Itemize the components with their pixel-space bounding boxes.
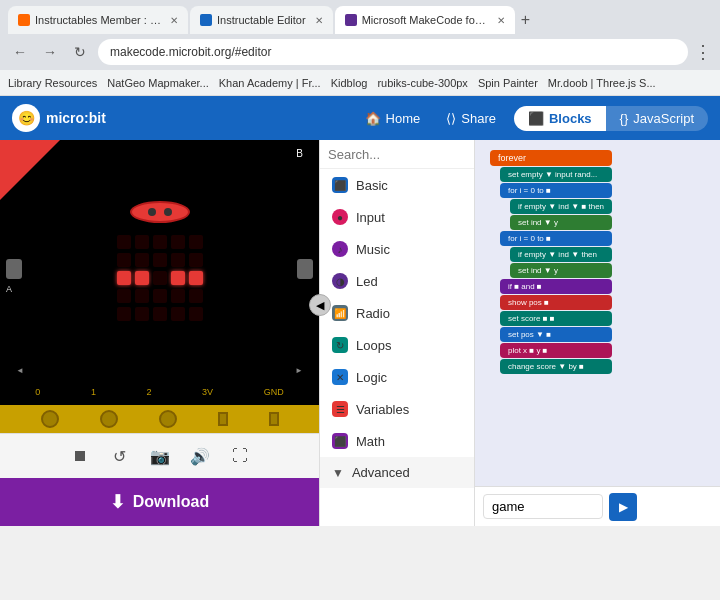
block-7[interactable]: set ind ▼ y <box>510 263 612 278</box>
tab-close-instructables[interactable]: ✕ <box>170 15 178 26</box>
sim-screen: B <box>0 140 319 405</box>
block-3[interactable]: if empty ▼ ind ▼ ■ then <box>510 199 612 214</box>
pin-gnd[interactable] <box>269 412 279 426</box>
sound-button[interactable]: 🔊 <box>186 442 214 470</box>
b-button[interactable] <box>297 259 313 279</box>
tab-close-editor[interactable]: ✕ <box>315 15 323 26</box>
browser-menu-button[interactable]: ⋮ <box>694 41 712 63</box>
bookmark-natgeo[interactable]: NatGeo Mapmaker... <box>107 77 209 89</box>
a-button[interactable] <box>6 259 22 279</box>
block-2[interactable]: for i = 0 to ■ <box>500 183 612 198</box>
led-0-1 <box>135 235 149 249</box>
tab-label-editor: Instructable Editor <box>217 14 306 26</box>
toolbox-item-led[interactable]: ◑ Led <box>320 265 474 297</box>
led-2-0 <box>117 271 131 285</box>
led-1-0 <box>117 253 131 267</box>
block-4[interactable]: set ind ▼ y <box>510 215 612 230</box>
stop-button[interactable]: ⏹ <box>66 442 94 470</box>
arrow-left-label: ◄ <box>16 366 24 375</box>
advanced-label: Advanced <box>352 465 410 480</box>
block-10[interactable]: set score ■ ■ <box>500 311 612 326</box>
block-1[interactable]: set empty ▼ input rand... <box>500 167 612 182</box>
bookmark-rubiks[interactable]: rubiks-cube-300px <box>377 77 468 89</box>
fullscreen-button[interactable]: ⛶ <box>226 442 254 470</box>
toolbox-item-basic[interactable]: ⬛ Basic <box>320 169 474 201</box>
pin-3v-label: 3V <box>202 387 213 397</box>
radio-icon: 📶 <box>332 305 348 321</box>
pin-2[interactable] <box>159 410 177 428</box>
forward-button[interactable]: → <box>38 40 62 64</box>
led-label: Led <box>356 274 378 289</box>
logo-text: micro:bit <box>46 110 106 126</box>
block-11[interactable]: set pos ▼ ■ <box>500 327 612 342</box>
share-button[interactable]: ⟨⟩ Share <box>438 107 504 130</box>
blocks-button[interactable]: ⬛ Blocks <box>514 106 606 131</box>
pin-0-label: 0 <box>35 387 40 397</box>
bookmark-spin[interactable]: Spin Painter <box>478 77 538 89</box>
toolbox-item-music[interactable]: ♪ Music <box>320 233 474 265</box>
toolbox-item-advanced[interactable]: ▼ Advanced <box>320 457 474 488</box>
a-label: A <box>6 284 12 294</box>
block-forever[interactable]: forever <box>490 150 612 166</box>
toolbox-item-logic[interactable]: ✕ Logic <box>320 361 474 393</box>
b-button-label: B <box>296 148 303 159</box>
pin-1[interactable] <box>100 410 118 428</box>
blocks-label: Blocks <box>549 111 592 126</box>
led-0-4 <box>189 235 203 249</box>
toolbox-item-variables[interactable]: ☰ Variables <box>320 393 474 425</box>
toolbox-item-loops[interactable]: ↻ Loops <box>320 329 474 361</box>
bookmark-library[interactable]: Library Resources <box>8 77 97 89</box>
tab-instructables[interactable]: Instructables Member : moham... ✕ <box>8 6 188 34</box>
search-submit-button[interactable]: ▶ <box>609 493 637 521</box>
sim-corner-decoration <box>0 140 60 200</box>
block-12[interactable]: plot x ■ y ■ <box>500 343 612 358</box>
address-input[interactable] <box>98 39 688 65</box>
camera-button[interactable]: 📷 <box>146 442 174 470</box>
led-1-3 <box>171 253 185 267</box>
tab-editor[interactable]: Instructable Editor ✕ <box>190 6 333 34</box>
variables-label: Variables <box>356 402 409 417</box>
led-4-4 <box>189 307 203 321</box>
pin-0[interactable] <box>41 410 59 428</box>
tab-close-makecode[interactable]: ✕ <box>497 15 505 26</box>
reload-button[interactable]: ↻ <box>68 40 92 64</box>
logo-icon: 😊 <box>12 104 40 132</box>
bookmark-khan[interactable]: Khan Academy | Fr... <box>219 77 321 89</box>
tab-makecode[interactable]: Microsoft MakeCode for micro:b... ✕ <box>335 6 515 34</box>
led-4-1 <box>135 307 149 321</box>
toolbox-item-radio[interactable]: 📶 Radio <box>320 297 474 329</box>
toolbox-item-input[interactable]: ● Input <box>320 201 474 233</box>
led-3-3 <box>171 289 185 303</box>
block-6[interactable]: if empty ▼ ind ▼ then <box>510 247 612 262</box>
search-game-input[interactable] <box>483 494 603 519</box>
javascript-button[interactable]: {} JavaScript <box>606 106 708 131</box>
share-label: Share <box>461 111 496 126</box>
restart-button[interactable]: ↺ <box>106 442 134 470</box>
block-8[interactable]: if ■ and ■ <box>500 279 612 294</box>
new-tab-button[interactable]: + <box>521 11 530 29</box>
led-4-0 <box>117 307 131 321</box>
arrow-right-label: ► <box>295 366 303 375</box>
pin-3v[interactable] <box>218 412 228 426</box>
block-9[interactable]: show pos ■ <box>500 295 612 310</box>
block-5[interactable]: for i = 0 to ■ <box>500 231 612 246</box>
sim-controls: ⏹ ↺ 📷 🔊 ⛶ <box>0 433 319 478</box>
back-button[interactable]: ← <box>8 40 32 64</box>
led-3-2 <box>153 289 167 303</box>
chevron-down-icon: ▼ <box>332 466 344 480</box>
download-button[interactable]: ⬇ Download <box>0 478 319 526</box>
home-icon: 🏠 <box>365 111 381 126</box>
bookmark-doob[interactable]: Mr.doob | Three.js S... <box>548 77 656 89</box>
workspace-panel[interactable]: forever set empty ▼ input rand... for i … <box>475 140 720 526</box>
home-button[interactable]: 🏠 Home <box>357 107 429 130</box>
block-13[interactable]: change score ▼ by ■ <box>500 359 612 374</box>
bookmark-kidblog[interactable]: Kidblog <box>331 77 368 89</box>
toolbox-search-input[interactable] <box>328 147 475 162</box>
led-1-2 <box>153 253 167 267</box>
share-icon: ⟨⟩ <box>446 111 456 126</box>
toolbox-item-math[interactable]: ⬛ Math <box>320 425 474 457</box>
led-4-2 <box>153 307 167 321</box>
pin-2-label: 2 <box>146 387 151 397</box>
logic-label: Logic <box>356 370 387 385</box>
led-1-1 <box>135 253 149 267</box>
